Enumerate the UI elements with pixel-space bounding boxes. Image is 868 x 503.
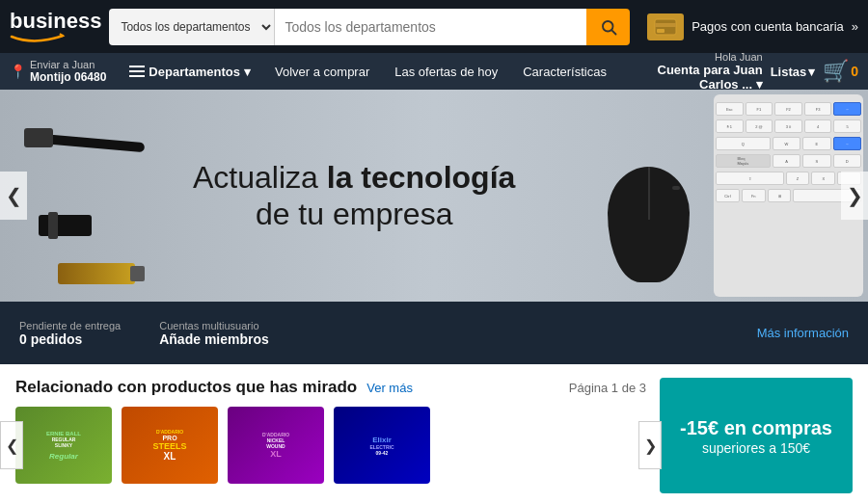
nav-departments[interactable]: Departamentos ▾ (120, 61, 260, 83)
list-item[interactable]: ERNIE BALL REGULAR SLINKY Regular (15, 407, 112, 484)
nav-lists[interactable]: Listas ▾ (771, 65, 816, 79)
nav-greeting: Hola Juan (617, 51, 763, 63)
hero-prev-button[interactable]: ❮ (0, 172, 27, 220)
nav-location-line1: Enviar a Juan (30, 59, 106, 70)
info-multiuser-value: Añade miembros (159, 331, 269, 347)
bank-promo-text: Pagos con cuenta bancaria (692, 19, 844, 34)
hero-content: Actualiza la tecnología de tu empresa (193, 159, 515, 233)
info-pending-label: Pendiente de entrega (19, 320, 121, 331)
product-label: D'ADDARIO NICKEL WOUND XL (260, 430, 291, 461)
info-more-link[interactable]: Más información (757, 326, 849, 340)
logo[interactable]: business (10, 11, 101, 43)
info-pending-value: 0 pedidos (19, 331, 121, 347)
cart-icon: 🛒 (823, 59, 849, 84)
nav-right: Hola Juan Cuenta para Juan Carlos ... ▾ … (617, 51, 858, 92)
bank-promo-arrow: » (852, 19, 858, 34)
nav-account-sub: Cuenta para Juan Carlos ... ▾ (617, 63, 763, 92)
nav-location-line2: Montijo 06480 (30, 70, 106, 84)
search-button[interactable] (586, 9, 630, 45)
side-promo[interactable]: -15€ en compras superiores a 150€ (660, 378, 853, 493)
search-icon (600, 18, 617, 36)
products-prev-button[interactable]: ❮ (0, 421, 23, 469)
products-main: Relacionado con productos que has mirado… (15, 378, 646, 493)
svg-rect-6 (129, 70, 145, 72)
bank-icon (647, 13, 684, 40)
logo-text: business (10, 11, 101, 32)
hero-mouse-area (608, 167, 699, 292)
hamburger-icon (129, 66, 145, 77)
hero-flash-drive (58, 263, 135, 284)
hero-usb (39, 215, 92, 236)
side-promo-text: -15€ en compras superiores a 150€ (680, 415, 832, 456)
departments-label: Departamentos (149, 65, 240, 79)
hero-usb-connector (48, 212, 58, 239)
products-title: Relacionado con productos que has mirado (15, 378, 357, 397)
nav-location[interactable]: 📍 Enviar a Juan Montijo 06480 (10, 59, 106, 84)
hero-accessories-left (19, 109, 183, 302)
nav-cart[interactable]: 🛒 0 (823, 59, 858, 84)
info-bar: Pendiente de entrega 0 pedidos Cuentas m… (0, 302, 868, 364)
product-label: ERNIE BALL REGULAR SLINKY Regular (44, 429, 83, 463)
cart-count: 0 (851, 64, 858, 79)
nav-account[interactable]: Hola Juan Cuenta para Juan Carlos ... ▾ (617, 51, 763, 92)
search-bar: Todos los departamentos (109, 9, 630, 45)
departments-arrow: ▾ (244, 65, 251, 79)
products-grid: ❮ ERNIE BALL REGULAR SLINKY Regular D'AD… (15, 407, 646, 484)
logo-smile-icon (10, 32, 68, 43)
list-item[interactable]: Elixir ELECTRIC 09-42 (334, 407, 430, 484)
products-next-button[interactable]: ❯ (638, 421, 662, 469)
location-icon: 📍 (10, 64, 26, 79)
svg-rect-4 (657, 29, 665, 33)
search-category-dropdown[interactable]: Todos los departamentos (109, 9, 275, 45)
products-ver-mas[interactable]: Ver más (366, 381, 413, 395)
nav-location-text: Enviar a Juan Montijo 06480 (30, 59, 106, 84)
lists-arrow: ▾ (808, 65, 815, 79)
product-label: Elixir ELECTRIC 09-42 (368, 434, 396, 458)
svg-line-1 (611, 30, 615, 34)
info-multiuser: Cuentas multiusuario Añade miembros (159, 320, 269, 347)
hero-mouse (608, 167, 690, 282)
hero-mouse-seam (648, 167, 650, 220)
nav-link-ofertas[interactable]: Las ofertas de hoy (384, 60, 508, 84)
products-header: Relacionado con productos que has mirado… (15, 378, 646, 397)
hero-banner: Esc F1 F2 F3 ← § 1 2 @ 3 # 4 5 Q W E → B… (0, 90, 868, 302)
info-multiuser-label: Cuentas multiusuario (159, 320, 269, 331)
bank-card-icon (654, 18, 677, 36)
product-label: D'ADDARIO PRO STEELS XL (150, 427, 188, 463)
top-bar: business Todos los departamentos Pagos c… (0, 0, 868, 53)
svg-rect-7 (129, 75, 145, 77)
products-pagination: Página 1 de 3 (569, 381, 646, 395)
info-pending: Pendiente de entrega 0 pedidos (19, 320, 121, 347)
svg-rect-5 (129, 66, 145, 67)
svg-rect-3 (655, 23, 676, 27)
nav-links: Departamentos ▾ Volver a comprar Las ofe… (120, 60, 617, 84)
hero-flash-cap (130, 266, 145, 281)
nav-bar: 📍 Enviar a Juan Montijo 06480 Departamen… (0, 53, 868, 90)
hero-next-button[interactable]: ❯ (841, 172, 868, 220)
list-item[interactable]: D'ADDARIO PRO STEELS XL (122, 407, 218, 484)
products-section: Relacionado con productos que has mirado… (0, 364, 868, 503)
hero-title: Actualiza la tecnología de tu empresa (193, 159, 515, 233)
nav-link-volver[interactable]: Volver a comprar (264, 60, 380, 84)
hero-mouse-scroll (672, 186, 680, 190)
nav-link-caracteristicas[interactable]: Características (512, 60, 617, 84)
search-input[interactable] (275, 9, 586, 45)
list-item[interactable]: D'ADDARIO NICKEL WOUND XL (228, 407, 324, 484)
hero-connector (24, 128, 53, 147)
bank-promo[interactable]: Pagos con cuenta bancaria » (647, 13, 858, 40)
